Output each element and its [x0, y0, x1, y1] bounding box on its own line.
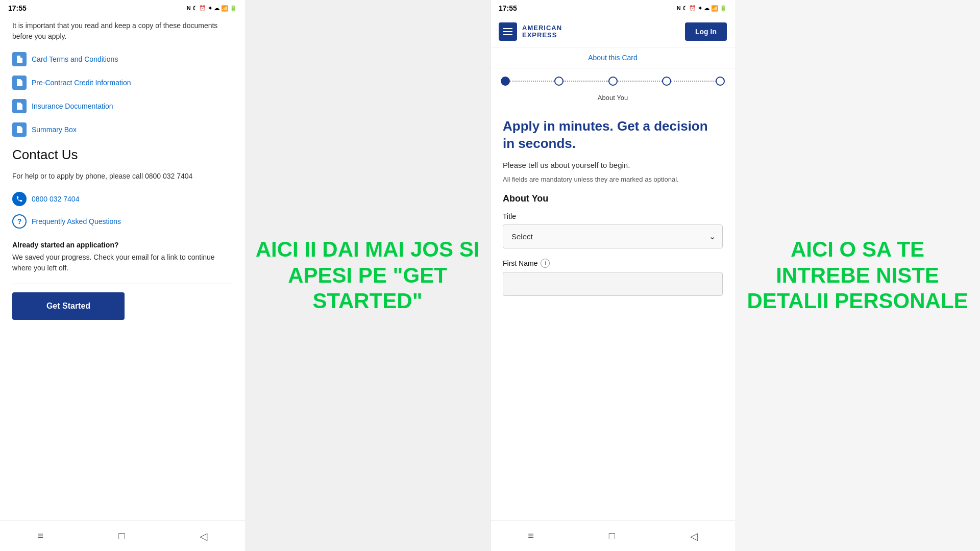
- step-4: [662, 77, 671, 86]
- title-select[interactable]: Select Mr Mrs Miss Ms Dr: [503, 224, 723, 248]
- login-button[interactable]: Log In: [685, 22, 727, 41]
- right-time: 17:55: [499, 4, 517, 12]
- right-menu-icon[interactable]: ≡: [528, 530, 534, 542]
- tell-us-text: Please tell us about yourself to begin.: [503, 161, 723, 169]
- card-terms-link[interactable]: Card Terms and Conditions: [12, 52, 233, 66]
- right-home-icon[interactable]: □: [609, 530, 615, 542]
- progress-steps: [491, 68, 735, 94]
- contact-us-title: Contact Us: [12, 147, 233, 163]
- about-you-heading: About You: [503, 193, 723, 204]
- already-started-section: Already started an application? We saved…: [12, 241, 233, 273]
- step-dots-3: [618, 81, 662, 82]
- middle-annotation: AICI II DAI MAI JOS SI APESI PE "GET STA…: [245, 0, 490, 551]
- hamburger-button[interactable]: [499, 22, 517, 41]
- right-phone: 17:55 N ☾ ⏰ ✦ ☁ 📶 🔋 AMERICAN EXPRESS Log…: [490, 0, 735, 551]
- left-phone-content: It is important that you read and keep a…: [0, 16, 245, 511]
- faq-link[interactable]: ? Frequently Asked Questions: [12, 214, 233, 229]
- already-started-text: We saved your progress. Check your email…: [12, 252, 233, 273]
- step-dots-2: [564, 81, 608, 82]
- faq-icon: ?: [12, 214, 27, 229]
- summary-box-label: Summary Box: [32, 126, 77, 134]
- step-dots-4: [671, 81, 716, 82]
- title-select-wrapper: Select Mr Mrs Miss Ms Dr ⌄: [503, 224, 723, 248]
- right-annotation-text: AICI O SA TE INTREBE NISTE DETALII PERSO…: [735, 227, 980, 324]
- step-5: [716, 77, 725, 86]
- amex-logo: AMERICAN EXPRESS: [522, 24, 562, 39]
- step-dots-1: [510, 81, 554, 82]
- apply-title: Apply in minutes. Get a decision in seco…: [503, 118, 723, 153]
- summary-box-link[interactable]: Summary Box: [12, 122, 233, 137]
- divider: [12, 284, 233, 284]
- step-1: [501, 77, 510, 86]
- left-phone: 17:55 N ☾ ⏰ ✦ ☁ 📶 🔋 It is important that…: [0, 0, 245, 551]
- left-status-icons: N ☾ ⏰ ✦ ☁ 📶 🔋: [187, 5, 237, 12]
- first-name-input[interactable]: [503, 272, 723, 296]
- intro-text: It is important that you read and keep a…: [12, 20, 233, 42]
- about-card-link[interactable]: About this Card: [491, 47, 735, 68]
- insurance-icon: [12, 99, 27, 113]
- phone-link[interactable]: 0800 032 7404: [12, 192, 233, 206]
- phone-number: 0800 032 7404: [32, 195, 79, 203]
- pre-contract-link[interactable]: Pre-Contract Credit Information: [12, 76, 233, 90]
- left-time: 17:55: [8, 4, 27, 12]
- first-name-label: First Name i: [503, 259, 723, 268]
- back-icon[interactable]: ◁: [200, 530, 207, 542]
- summary-box-icon: [12, 122, 27, 137]
- faq-label: Frequently Asked Questions: [32, 217, 121, 226]
- right-phone-content: Apply in minutes. Get a decision in seco…: [491, 110, 735, 304]
- menu-icon[interactable]: ≡: [38, 530, 44, 542]
- right-back-icon[interactable]: ◁: [690, 530, 698, 542]
- amex-header: AMERICAN EXPRESS Log In: [491, 16, 735, 47]
- pre-contract-label: Pre-Contract Credit Information: [32, 79, 131, 87]
- get-started-button[interactable]: Get Started: [12, 292, 125, 320]
- right-status-bar: 17:55 N ☾ ⏰ ✦ ☁ 📶 🔋: [491, 0, 735, 16]
- phone-icon: [12, 192, 27, 206]
- right-status-icons: N ☾ ⏰ ✦ ☁ 📶 🔋: [677, 5, 727, 12]
- step-3: [608, 77, 618, 86]
- home-icon[interactable]: □: [118, 530, 125, 542]
- pre-contract-icon: [12, 76, 27, 90]
- mandatory-text: All fields are mandatory unless they are…: [503, 176, 723, 183]
- insurance-link[interactable]: Insurance Documentation: [12, 99, 233, 113]
- already-started-title: Already started an application?: [12, 241, 233, 249]
- middle-annotation-text: AICI II DAI MAI JOS SI APESI PE "GET STA…: [245, 227, 490, 324]
- card-terms-icon: [12, 52, 27, 66]
- right-bottom-nav: ≡ □ ◁: [491, 520, 735, 551]
- card-terms-label: Card Terms and Conditions: [32, 55, 118, 63]
- left-status-bar: 17:55 N ☾ ⏰ ✦ ☁ 📶 🔋: [0, 0, 245, 16]
- insurance-label: Insurance Documentation: [32, 102, 113, 110]
- left-bottom-nav: ≡ □ ◁: [0, 520, 245, 551]
- title-label: Title: [503, 212, 723, 220]
- step-label: About You: [491, 94, 735, 110]
- right-annotation: AICI O SA TE INTREBE NISTE DETALII PERSO…: [735, 0, 980, 551]
- info-icon[interactable]: i: [541, 259, 550, 268]
- contact-text: For help or to apply by phone, please ca…: [12, 171, 233, 182]
- step-2: [554, 77, 564, 86]
- amex-logo-area: AMERICAN EXPRESS: [499, 22, 562, 41]
